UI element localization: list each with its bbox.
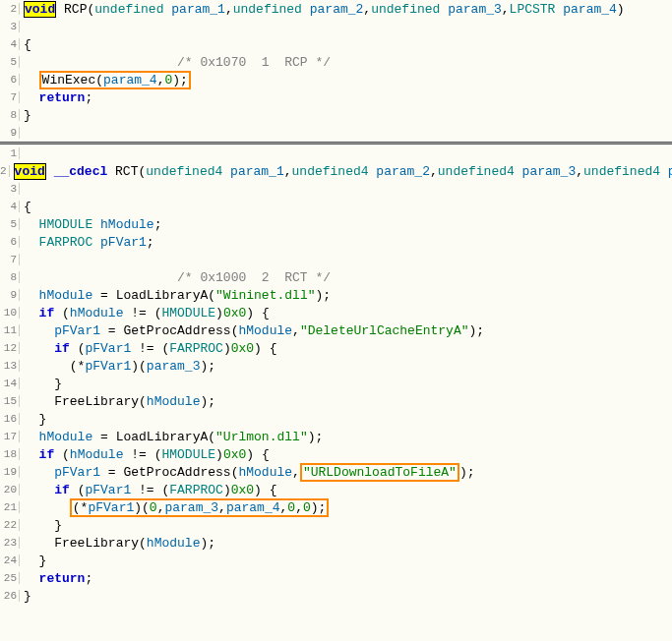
code-token: /* 0x1070 1 RCP */ [177, 55, 331, 70]
code-content: hModule = LoadLibraryA("Urlmon.dll"); [20, 430, 323, 444]
code-line[interactable]: 22 } [0, 516, 672, 534]
code-token [107, 164, 115, 179]
line-number: 22 [0, 519, 20, 531]
code-token [92, 217, 100, 232]
code-token: __cdecl [54, 164, 108, 179]
code-line[interactable]: 13 (*pFVar1)(param_3); [0, 357, 672, 375]
code-line[interactable]: 3 [0, 180, 672, 198]
code-content: } [20, 554, 46, 568]
code-line[interactable]: 9 hModule = LoadLibraryA("Wininet.dll"); [0, 286, 672, 304]
code-token: param_4 [563, 2, 617, 17]
code-content: } [20, 412, 46, 427]
code-line[interactable]: 14 } [0, 375, 672, 392]
line-number: 7 [0, 254, 20, 265]
code-line[interactable]: 12 if (pFVar1 != (FARPROC)0x0) { [0, 339, 672, 357]
code-line[interactable]: 6 FARPROC pFVar1; [0, 233, 672, 251]
code-token: ( [54, 447, 70, 462]
code-token: param_3 [164, 500, 218, 515]
code-token: hModule [39, 288, 93, 303]
code-token: "DeleteUrlCacheEntryA" [300, 323, 469, 338]
code-line[interactable]: 5 /* 0x1070 1 RCP */ [0, 53, 672, 71]
line-number: 12 [0, 342, 20, 354]
code-line[interactable]: 9 [0, 124, 672, 142]
code-token [24, 500, 70, 515]
code-token: ); [315, 288, 331, 303]
code-token: ( [208, 288, 215, 303]
code-token: ) [223, 341, 231, 356]
code-token: 0x0 [223, 306, 246, 320]
code-content: (*pFVar1)(param_3); [20, 359, 215, 374]
code-token [24, 306, 39, 320]
code-token [24, 536, 54, 551]
line-number: 11 [0, 324, 20, 336]
code-line[interactable]: 15 FreeLibrary(hModule); [0, 392, 672, 410]
line-number: 23 [0, 537, 20, 549]
code-token: ); [459, 465, 475, 480]
code-line[interactable]: 11 pFVar1 = GetProcAddress(hModule,"Dele… [0, 321, 672, 339]
code-line[interactable]: 17 hModule = LoadLibraryA("Urlmon.dll"); [0, 428, 672, 445]
code-token: HMODULE [39, 217, 93, 232]
code-line[interactable]: 10 if (hModule != (HMODULE)0x0) { [0, 304, 672, 321]
code-content: void __cdecl RCT(undefined4 param_1,unde… [10, 164, 672, 179]
code-line[interactable]: 25 return; [0, 569, 672, 587]
code-line[interactable]: 4{ [0, 198, 672, 215]
code-token: /* 0x1000 2 RCT */ [177, 270, 331, 285]
code-content: } [20, 589, 31, 604]
code-line[interactable]: 5 HMODULE hModule; [0, 215, 672, 233]
code-token: param_3 [522, 164, 577, 179]
code-line[interactable]: 19 pFVar1 = GetProcAddress(hModule,"URLD… [0, 463, 672, 481]
code-token: param_2 [310, 2, 364, 17]
code-token: LoadLibraryA [116, 288, 209, 303]
code-line[interactable]: 8} [0, 106, 672, 124]
code-line[interactable]: 2void RCP(undefined param_1,undefined pa… [0, 0, 672, 18]
code-line[interactable]: 4{ [0, 35, 672, 53]
line-number: 1 [0, 147, 20, 159]
code-token: WinExec [42, 73, 96, 87]
code-token: pFVar1 [88, 500, 134, 515]
code-line[interactable]: 18 if (hModule != (HMODULE)0x0) { [0, 445, 672, 463]
code-line[interactable]: 23 FreeLibrary(hModule); [0, 534, 672, 552]
code-token: pFVar1 [85, 341, 131, 356]
code-token: , [295, 500, 303, 515]
code-token: } [24, 108, 31, 123]
code-token [24, 465, 54, 480]
code-token: void [14, 163, 46, 180]
code-token: 0 [303, 500, 311, 515]
code-line[interactable]: 8 /* 0x1000 2 RCT */ [0, 268, 672, 286]
code-line[interactable]: 16 } [0, 410, 672, 428]
code-token: "URLDownloadToFileA" [303, 465, 457, 480]
code-line[interactable]: 26} [0, 587, 672, 605]
decompiler-pane-2[interactable]: 12void __cdecl RCT(undefined4 param_1,un… [0, 145, 672, 605]
code-token: WinExec(param_4,0); [39, 71, 191, 89]
code-line[interactable]: 21 (*pFVar1)(0,param_3,param_4,0,0); [0, 498, 672, 516]
code-content: { [20, 200, 31, 214]
code-token: param_4 [103, 73, 157, 87]
code-line[interactable]: 7 return; [0, 88, 672, 106]
code-line[interactable]: 6 WinExec(param_4,0); [0, 71, 672, 88]
code-token: FARPROC [169, 483, 223, 497]
code-token: pFVar1 [54, 465, 100, 480]
code-content: (*pFVar1)(0,param_3,param_4,0,0); [20, 500, 329, 515]
code-line[interactable]: 2void __cdecl RCT(undefined4 param_1,und… [0, 162, 672, 180]
line-number: 26 [0, 590, 20, 602]
code-token: , [218, 500, 226, 515]
code-line[interactable]: 7 [0, 251, 672, 268]
code-token: { [24, 200, 31, 214]
code-token [92, 235, 100, 250]
code-token: if [39, 447, 55, 462]
decompiler-pane-1[interactable]: 2void RCP(undefined param_1,undefined pa… [0, 0, 672, 142]
code-token: LPCSTR [510, 2, 556, 17]
code-token: (* [24, 359, 85, 374]
code-token [24, 323, 54, 338]
code-token: ; [85, 571, 92, 586]
code-token: , [292, 465, 300, 480]
code-line[interactable]: 20 if (pFVar1 != (FARPROC)0x0) { [0, 481, 672, 498]
code-token: (*pFVar1)(0,param_3,param_4,0,0); [70, 498, 330, 517]
code-token: , [292, 323, 300, 338]
code-token [24, 447, 39, 462]
code-line[interactable]: 24 } [0, 552, 672, 569]
code-line[interactable]: 1 [0, 145, 672, 162]
code-content: pFVar1 = GetProcAddress(hModule,"URLDown… [20, 465, 475, 480]
code-line[interactable]: 3 [0, 18, 672, 35]
code-token [222, 164, 230, 179]
